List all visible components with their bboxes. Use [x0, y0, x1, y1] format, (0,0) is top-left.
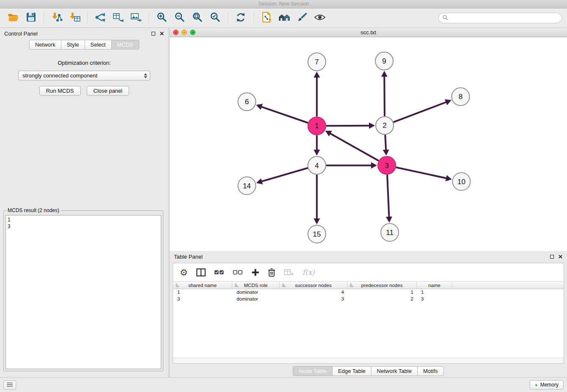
task-history-button[interactable]	[3, 381, 16, 389]
network-canvas[interactable]: 7968124314101511	[170, 37, 567, 251]
zoom-out-button[interactable]	[171, 11, 187, 25]
tab-select[interactable]: Select	[85, 40, 112, 50]
node-7[interactable]: 7	[308, 53, 326, 71]
refresh-icon	[235, 12, 246, 25]
new-network-button[interactable]	[92, 11, 108, 25]
tab-edge-table[interactable]: Edge Table	[333, 366, 372, 376]
edge-4-to-14[interactable]	[261, 168, 308, 182]
image-export-icon	[130, 12, 142, 25]
edge-2-to-9[interactable]	[384, 76, 385, 116]
cell-shared-name[interactable]: 3	[173, 296, 232, 303]
float-panel-icon[interactable]	[151, 32, 155, 36]
node-6[interactable]: 6	[238, 93, 256, 110]
tab-network[interactable]: Network	[29, 40, 61, 50]
close-panel-icon[interactable]: ✕	[558, 254, 563, 259]
edge-2-to-3[interactable]	[385, 135, 386, 150]
edge-3-to-1[interactable]	[330, 133, 379, 161]
edge-2-to-8[interactable]	[394, 102, 447, 122]
network-window-titlebar: × − + scc.txt	[170, 28, 567, 37]
column-header-mcds-role[interactable]: MCDS role	[232, 282, 280, 289]
create-column-plus-icon[interactable]	[251, 268, 259, 276]
save-session-button[interactable]	[23, 11, 39, 25]
table-settings-gear-icon[interactable]: ⚙	[180, 268, 188, 277]
node-9[interactable]: 9	[375, 52, 393, 70]
mcds-result-text[interactable]: 1 3	[6, 215, 161, 369]
column-header-name[interactable]: name	[417, 282, 452, 289]
network-document-button[interactable]	[259, 11, 275, 25]
mcds-result-box: MCDS result (2 nodes) 1 3	[3, 207, 163, 371]
control-panel-header: Control Panel ✕	[0, 28, 168, 39]
cell-shared-name[interactable]: 1	[173, 289, 232, 296]
open-folder-icon	[8, 12, 19, 24]
cell-name[interactable]: 1	[417, 289, 452, 296]
table-header-row: shared name MCDS role successor nodes	[173, 281, 564, 289]
right-side: × − + scc.txt 7968124314101511 Table Pan…	[170, 28, 567, 377]
open-session-button[interactable]	[5, 11, 21, 25]
cell-mcds-role[interactable]: dominator	[232, 296, 280, 303]
edge-3-to-11[interactable]	[387, 175, 389, 218]
network-from-table-button[interactable]	[110, 11, 126, 25]
node-4[interactable]: 4	[308, 157, 326, 174]
tab-style[interactable]: Style	[61, 40, 85, 50]
cell-name[interactable]: 3	[417, 296, 452, 303]
node-10[interactable]: 10	[452, 173, 470, 190]
close-window-icon[interactable]: ×	[173, 30, 179, 35]
style-brush-button[interactable]	[294, 11, 310, 25]
table-panel-title: Table Panel	[174, 254, 550, 260]
cell-predecessor-nodes[interactable]: 2	[347, 296, 417, 303]
tab-motifs[interactable]: Motifs	[418, 366, 444, 376]
optimization-criterion-select[interactable]: strongly connected component	[18, 71, 150, 80]
close-panel-button[interactable]: Close panel	[87, 86, 129, 96]
home-networks-button[interactable]	[276, 11, 292, 25]
tab-node-table[interactable]: Node Table	[293, 366, 333, 376]
zoom-fit-button[interactable]	[189, 11, 205, 25]
run-mcds-button[interactable]: Run MCDS	[39, 86, 81, 96]
export-image-button[interactable]	[128, 11, 144, 25]
toolbar-separator	[228, 12, 228, 24]
edge-3-to-10[interactable]	[396, 167, 447, 178]
float-panel-icon[interactable]	[550, 255, 554, 259]
import-table-button[interactable]	[66, 11, 83, 25]
tab-mcds[interactable]: MCDS	[112, 40, 139, 50]
table-row[interactable]: 3 dominator 3 2 3	[173, 296, 564, 303]
cell-successor-nodes[interactable]: 4	[280, 289, 347, 296]
memory-button[interactable]: ● Memory	[530, 380, 564, 389]
zoom-selected-button[interactable]	[207, 11, 223, 25]
refresh-button[interactable]	[233, 11, 249, 25]
select-stepper-icon	[144, 73, 147, 78]
node-1[interactable]: 1	[308, 117, 326, 135]
minimize-window-icon[interactable]: −	[182, 30, 187, 35]
zoom-in-button[interactable]	[154, 11, 170, 25]
window-titlebar: Session: New Session	[0, 0, 567, 8]
select-all-columns-icon[interactable]	[214, 268, 224, 276]
tab-network-table[interactable]: Network Table	[372, 366, 418, 376]
show-columns-icon[interactable]	[196, 268, 206, 276]
edge-1-to-2[interactable]	[326, 126, 370, 126]
node-2[interactable]: 2	[376, 116, 394, 134]
node-15[interactable]: 15	[308, 225, 326, 243]
column-header-shared-name[interactable]: shared name	[173, 282, 232, 289]
node-14[interactable]: 14	[238, 177, 256, 195]
column-header-successor-nodes[interactable]: successor nodes	[280, 282, 347, 289]
close-panel-icon[interactable]: ✕	[160, 31, 164, 36]
edge-1-to-6[interactable]	[261, 107, 308, 123]
node-8[interactable]: 8	[451, 88, 469, 105]
node-11[interactable]: 11	[381, 224, 399, 241]
cell-predecessor-nodes[interactable]: 1	[347, 289, 417, 296]
cell-successor-nodes[interactable]: 3	[280, 296, 347, 303]
svg-text:15: 15	[313, 230, 321, 238]
cell-mcds-role[interactable]: dominator	[232, 289, 280, 296]
horizontal-scrollbar[interactable]	[173, 358, 564, 363]
column-header-predecessor-nodes[interactable]: predecessor nodes	[347, 282, 417, 289]
delete-column-trash-icon[interactable]	[268, 268, 275, 277]
zoom-window-icon[interactable]: +	[190, 30, 195, 35]
unselect-all-columns-icon[interactable]	[233, 268, 243, 276]
global-search-box[interactable]	[438, 13, 562, 23]
search-input[interactable]	[450, 15, 558, 21]
zoom-in-icon	[157, 12, 167, 24]
import-network-button[interactable]	[49, 11, 65, 25]
show-hide-button[interactable]	[312, 11, 328, 25]
node-3[interactable]: 3	[378, 157, 396, 174]
mcds-buttons-row: Run MCDS Close panel	[0, 86, 168, 96]
table-row[interactable]: 1 dominator 4 1 1	[173, 289, 564, 296]
